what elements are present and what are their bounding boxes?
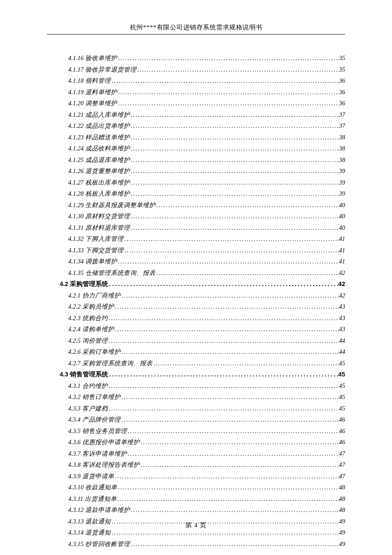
toc-entry[interactable]: 4.1.22 成品出货单维护37: [47, 120, 345, 132]
toc-entry[interactable]: 4.3.8 客诉处理报告表维护47: [47, 459, 345, 471]
footer-suffix: 页: [198, 522, 207, 529]
toc-leader-dots: [130, 177, 339, 188]
toc-leader-dots: [130, 109, 339, 121]
toc-entry-page: 48: [339, 493, 346, 505]
toc-entry-page: 47: [339, 448, 346, 460]
toc-entry[interactable]: 4.2.4 请购单维护43: [47, 324, 345, 335]
toc-entry-page: 37: [339, 120, 346, 132]
toc-leader-dots: [130, 222, 339, 234]
toc-leader-dots: [130, 132, 339, 143]
toc-entry-label: 4.3.7 客诉申请单维护: [68, 448, 127, 460]
toc-leader-dots: [114, 301, 339, 312]
toc-entry-page: 39: [339, 165, 346, 177]
toc-leader-dots: [108, 380, 339, 392]
toc-leader-dots: [108, 335, 339, 347]
toc-entry[interactable]: 4.1.21 成品入库单维护37: [47, 109, 345, 121]
toc-entry[interactable]: 4.1.25 成品退库单维护38: [47, 154, 345, 166]
toc-entry[interactable]: 4.2.3 统购合约43: [47, 312, 345, 324]
toc-entry[interactable]: 4.3.12 退款申请单维护48: [47, 504, 345, 516]
toc-entry[interactable]: 4.2 采购管理系统42: [47, 278, 345, 290]
table-of-contents: 4.1.16 验收单维护354.1.17 验收异常退货管理354.1.18 领料…: [47, 52, 345, 549]
toc-leader-dots: [114, 471, 339, 482]
toc-entry[interactable]: 4.1.23 样品赠送单维护38: [47, 132, 345, 143]
toc-leader-dots: [117, 87, 339, 98]
toc-entry[interactable]: 4.3.11 出货通知单48: [47, 493, 345, 505]
toc-entry-page: 39: [339, 177, 346, 188]
toc-entry[interactable]: 4.3.10 收款通知单48: [47, 482, 345, 493]
toc-entry[interactable]: 4.3.2 销售订单维护45: [47, 391, 345, 403]
toc-entry[interactable]: 4.3.4 产品牌价管理46: [47, 414, 345, 425]
toc-entry-page: 39: [339, 188, 346, 199]
toc-entry-page: 44: [339, 335, 346, 347]
toc-entry-page: 41: [339, 233, 346, 245]
toc-entry[interactable]: 4.2.7 采购管理系统查询、报表45: [47, 358, 345, 369]
toc-entry[interactable]: 4.1.29 生财器具报废调整单维护40: [47, 199, 345, 211]
toc-entry[interactable]: 4.1.26 退货重整单维护39: [47, 165, 345, 177]
toc-entry[interactable]: 4.1.27 栈板出库单维护39: [47, 177, 345, 188]
toc-entry[interactable]: 4.1.24 成品收料单维护38: [47, 143, 345, 154]
toc-entry-page: 45: [338, 369, 345, 380]
toc-entry-page: 46: [339, 425, 346, 437]
toc-entry-page: 42: [339, 290, 346, 301]
toc-leader-dots: [121, 346, 339, 358]
toc-entry-label: 4.2 采购管理系统: [60, 278, 108, 290]
toc-entry-label: 4.1.19 退料单维护: [68, 87, 117, 98]
toc-entry[interactable]: 4.3.1 合约维护45: [47, 380, 345, 392]
toc-entry-label: 4.1.33 下脚交货管理: [68, 245, 124, 256]
toc-leader-dots: [127, 448, 339, 460]
toc-entry-page: 46: [339, 436, 346, 448]
toc-entry[interactable]: 4.1.34 调拨单维护41: [47, 256, 345, 267]
toc-entry-label: 4.1.25 成品退库单维护: [68, 154, 130, 166]
toc-entry[interactable]: 4.1.17 验收异常退货管理35: [47, 64, 345, 75]
toc-entry-label: 4.1.18 领料管理: [68, 75, 111, 87]
toc-entry-label: 4.1.30 原材料交货管理: [68, 211, 130, 222]
toc-entry[interactable]: 4.3.6 优惠报价申请单维护46: [47, 436, 345, 448]
toc-entry[interactable]: 4.3.9 退货申请单47: [47, 471, 345, 482]
toc-entry-label: 4.3.6 优惠报价申请单维护: [68, 436, 140, 448]
toc-entry[interactable]: 4.3.15 纱管回收帐管理49: [47, 538, 345, 550]
toc-leader-dots: [108, 312, 339, 324]
toc-leader-dots: [130, 211, 339, 222]
toc-entry-label: 4.1.21 成品入库单维护: [68, 109, 130, 121]
toc-entry[interactable]: 4.1.20 调整单维护36: [47, 98, 345, 109]
toc-entry[interactable]: 4.3.3 客户建档45: [47, 403, 345, 414]
toc-entry-label: 4.3.3 客户建档: [68, 403, 108, 414]
toc-leader-dots: [117, 52, 339, 64]
toc-entry-label: 4.1.31 原材料退库管理: [68, 222, 130, 234]
toc-entry[interactable]: 4.3 销售管理系统45: [47, 369, 345, 380]
toc-entry-label: 4.3.11 出货通知单: [68, 493, 117, 505]
toc-entry-label: 4.2.2 采购员维护: [68, 301, 114, 312]
toc-entry-page: 48: [339, 504, 346, 516]
toc-entry[interactable]: 4.1.31 原材料退库管理40: [47, 222, 345, 234]
toc-entry[interactable]: 4.1.19 退料单维护36: [47, 87, 345, 98]
toc-entry-label: 4.3.15 纱管回收帐管理: [68, 538, 130, 550]
toc-entry[interactable]: 4.2.1 协力厂商维护42: [47, 290, 345, 301]
toc-entry[interactable]: 4.1.18 领料管理36: [47, 75, 345, 87]
toc-leader-dots: [121, 391, 339, 403]
toc-entry[interactable]: 4.2.5 询价管理44: [47, 335, 345, 347]
toc-leader-dots: [130, 154, 339, 166]
toc-entry[interactable]: 4.2.2 采购员维护43: [47, 301, 345, 312]
toc-entry[interactable]: 4.1.32 下脚入库管理41: [47, 233, 345, 245]
toc-entry[interactable]: 4.1.28 栈板入库单维护39: [47, 188, 345, 199]
toc-entry[interactable]: 4.2.6 采购订单维护44: [47, 346, 345, 358]
toc-entry-label: 4.3 销售管理系统: [60, 369, 108, 380]
toc-entry[interactable]: 4.1.30 原材料交货管理40: [47, 211, 345, 222]
document-page: 杭州****有限公司进销存系统需求规格说明书 4.1.16 验收单维护354.1…: [0, 0, 392, 549]
toc-entry-page: 46: [339, 414, 346, 425]
toc-entry-page: 45: [339, 403, 346, 414]
toc-entry[interactable]: 4.3.7 客诉申请单维护47: [47, 448, 345, 460]
toc-entry-page: 45: [339, 380, 346, 392]
footer-page-number: 4: [194, 522, 198, 529]
toc-entry-page: 48: [339, 482, 346, 493]
toc-leader-dots: [117, 493, 339, 505]
toc-entry-page: 42: [339, 267, 346, 279]
toc-entry-label: 4.3.4 产品牌价管理: [68, 414, 121, 425]
toc-entry-label: 4.1.16 验收单维护: [68, 52, 117, 64]
toc-leader-dots: [130, 504, 339, 516]
toc-entry[interactable]: 4.3.5 销售业务员管理46: [47, 425, 345, 437]
toc-entry[interactable]: 4.1.16 验收单维护35: [47, 52, 345, 64]
toc-entry-label: 4.2.5 询价管理: [68, 335, 108, 347]
toc-entry[interactable]: 4.1.35 仓储管理系统查询、报表42: [47, 267, 345, 279]
toc-entry[interactable]: 4.1.33 下脚交货管理41: [47, 245, 345, 256]
